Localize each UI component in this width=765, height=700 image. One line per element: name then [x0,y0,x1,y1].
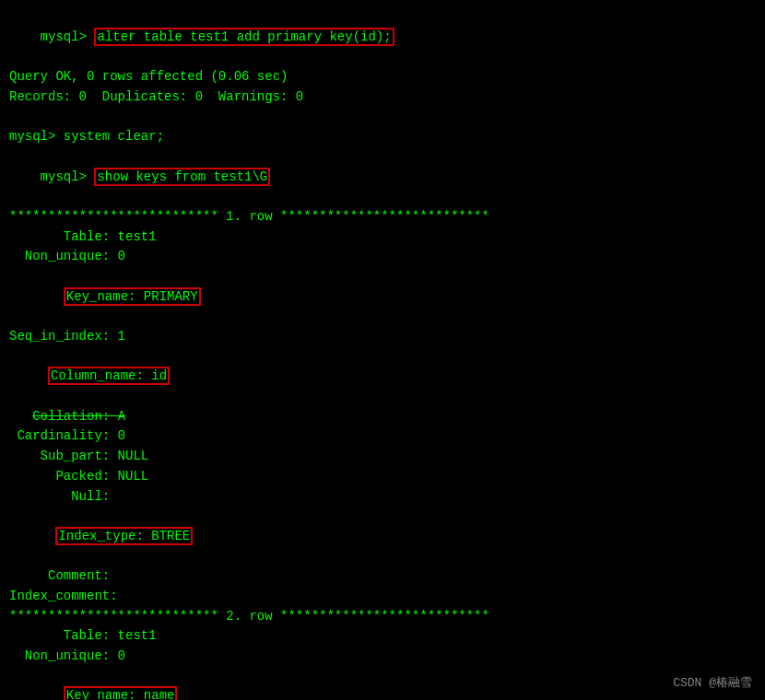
line-keyname2: Key_name: name [9,667,756,700]
line-table2: Table: test1 [9,626,756,647]
prompt-1: mysql> [41,29,95,44]
line-comment1: Comment: [9,566,756,587]
colname-highlight-1: Column_name: id [48,367,170,385]
indextype-highlight-1: Index_type: BTREE [55,527,193,545]
line-subpart1: Sub_part: NULL [9,447,756,467]
line-indextype1: Index_type: BTREE [9,507,756,566]
terminal: mysql> alter table test1 add primary key… [0,0,765,700]
line-nonunique1: Non_unique: 0 [9,247,756,267]
line-nonunique2: Non_unique: 0 [9,647,756,667]
cmd-highlight-1: alter table test1 add primary key(id); [94,28,394,46]
line-5: mysql> system clear; [9,127,756,147]
line-row2-sep: *************************** 2. row *****… [9,607,756,627]
line-cardinality1: Cardinality: 0 [9,426,756,447]
line-null1: Null: [9,487,756,508]
cmd-highlight-2: show keys from test1\G [94,168,270,186]
line-colname1: Column_name: id [9,347,756,407]
line-indexcomment1: Index_comment: [9,587,756,607]
line-2: Query OK, 0 rows affected (0.06 sec) [9,67,756,88]
line-blank [9,107,756,127]
keyname-highlight-1: Key_name: PRIMARY [64,287,201,306]
line-7: *************************** 1. row *****… [9,207,756,228]
line-collation1: Collation: A [9,407,756,427]
line-keyname1: Key_name: PRIMARY [9,267,756,327]
prompt-6: mysql> [41,169,95,184]
keyname-highlight-2: Key_name: name [64,686,178,700]
line-packed1: Packed: NULL [9,467,756,487]
line-table1: Table: test1 [9,228,756,248]
line-1: mysql> alter table test1 add primary key… [9,7,756,67]
line-seqindex1: Seq_in_index: 1 [9,327,756,347]
watermark: CSDN @椿融雪 [673,674,752,691]
line-3: Records: 0 Duplicates: 0 Warnings: 0 [9,88,756,108]
line-6: mysql> show keys from test1\G [9,147,756,207]
